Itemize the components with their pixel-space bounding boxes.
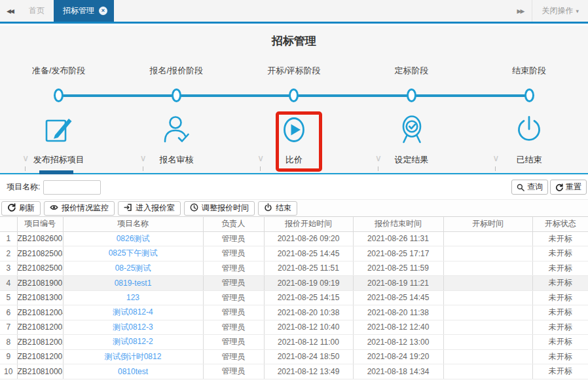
table-row[interactable]: 8ZB210812002测试0812-2管理员2021-08-12 11:002…: [0, 335, 588, 350]
tab-bidding-management[interactable]: 招标管理 ×: [54, 0, 114, 22]
stage-action-2[interactable]: ∨报名审核: [118, 154, 236, 167]
open-status-cell: 未开标: [532, 261, 588, 276]
chevron-down-icon: ∨: [138, 153, 149, 163]
project-name-link[interactable]: 测试0812-2: [113, 337, 153, 346]
stage-button-4[interactable]: [353, 113, 471, 148]
expand-tabs-button[interactable]: ▶▶: [508, 0, 532, 22]
owner-cell: 管理员: [203, 231, 264, 246]
project-code-cell: ZB210825001: [17, 261, 63, 276]
chevron-down-icon: ∨: [373, 153, 384, 163]
table-row[interactable]: 5ZB210813001123管理员2021-08-25 14:152021-0…: [0, 290, 588, 305]
open-time-cell: [443, 305, 532, 320]
stage-action-label: 报名审核: [159, 155, 193, 164]
column-header: 项目名称: [63, 217, 203, 232]
chevron-down-icon: ∨: [20, 153, 31, 163]
table-row[interactable]: 1ZB2108260010826测试管理员2021-08-26 09:20202…: [0, 231, 588, 246]
table-row[interactable]: 10ZB2108100010810test管理员2021-08-12 13:49…: [0, 364, 588, 379]
enter-room-icon: [124, 203, 132, 214]
project-code-cell: ZB210812002: [17, 335, 63, 350]
quote-start-cell: 2021-08-12 11:00: [264, 335, 353, 350]
stage-bottom-line: [0, 173, 588, 174]
quote-end-cell: 2021-08-12 13:00: [353, 335, 443, 350]
timeline-circle: [407, 88, 416, 102]
open-time-cell: [443, 261, 532, 276]
project-name-cell: 0826测试: [63, 231, 203, 246]
column-header: 开标状态: [532, 217, 588, 232]
project-name-link[interactable]: 0826测试: [117, 234, 150, 243]
project-name-cell: 0810test: [63, 364, 203, 379]
stage-phase-label: 定标阶段: [353, 65, 471, 77]
quote-end-cell: 2021-08-18 14:34: [353, 364, 443, 379]
project-name-link[interactable]: 0819-test1: [115, 279, 152, 288]
phase-label-row: 准备/发布阶段报名/报价阶段开标/评标阶段定标阶段结束阶段: [0, 65, 588, 77]
table-row[interactable]: 7ZB210812003测试0812-3管理员2021-08-12 10:402…: [0, 320, 588, 335]
toolbar-button-refresh[interactable]: 刷新: [1, 201, 41, 216]
refresh-icon: [555, 183, 563, 191]
quote-start-cell: 2021-08-20 10:38: [264, 305, 353, 320]
toolbar-button-clock[interactable]: 调整报价时间: [184, 201, 255, 216]
table-row[interactable]: 9ZB210812001测试倒计时0812管理员2021-08-24 18:50…: [0, 349, 588, 364]
project-name-link[interactable]: 08-25测试: [115, 263, 151, 273]
open-status-cell: 未开标: [532, 231, 588, 246]
user-check-icon: [159, 113, 193, 148]
table-toolbar: 刷新报价情况监控进入报价室调整报价时间结束: [0, 200, 588, 216]
table-row[interactable]: 4ZB2108190010819-test1管理员2021-08-19 09:1…: [0, 276, 588, 291]
stage-tick: [260, 166, 261, 171]
query-button[interactable]: 查询: [511, 180, 548, 195]
close-operations-dropdown[interactable]: 关闭操作 ▾: [532, 0, 588, 22]
quote-end-cell: 2021-08-12 12:40: [353, 320, 443, 335]
project-name-cell: 0819-test1: [63, 276, 203, 291]
row-index-cell: 6: [0, 305, 17, 320]
toolbar-button-eye[interactable]: 报价情况监控: [44, 201, 115, 216]
project-code-cell: ZB210813001: [17, 290, 63, 305]
open-time-cell: [443, 364, 532, 379]
quote-end-cell: 2021-08-24 19:20: [353, 349, 443, 364]
quote-end-cell: 2021-08-25 11:59: [353, 261, 443, 276]
column-header: 项目编号: [17, 217, 63, 232]
stage-action-5[interactable]: ∨已结束: [470, 154, 588, 167]
project-name-link[interactable]: 0810test: [118, 367, 148, 376]
reset-label: 重置: [566, 182, 581, 193]
quote-start-cell: 2021-08-26 09:20: [264, 231, 353, 246]
highlight-box: [276, 111, 322, 172]
stage-action-1[interactable]: ∨发布招标项目: [0, 154, 118, 167]
toolbar-button-power[interactable]: 结束: [258, 201, 297, 216]
project-name-link[interactable]: 0825下午测试: [109, 248, 158, 258]
collapse-tabs-button[interactable]: ◀◀: [0, 0, 20, 22]
column-header: 报价开始时间: [264, 217, 353, 232]
table-row[interactable]: 3ZB21082500108-25测试管理员2021-08-25 11:5120…: [0, 261, 588, 276]
close-tab-icon[interactable]: ×: [99, 7, 107, 15]
stage-button-1[interactable]: [0, 113, 118, 148]
open-time-cell: [443, 231, 532, 246]
tab-home[interactable]: 首页: [20, 0, 54, 22]
stage-button-2[interactable]: [118, 113, 236, 148]
projects-table: 项目编号项目名称负责人报价开始时间报价结束时间开标时间开标状态 1ZB21082…: [0, 216, 588, 386]
open-time-cell: [443, 276, 532, 291]
open-status-cell: 未开标: [532, 320, 588, 335]
power-icon: [264, 203, 272, 214]
project-code-cell: ZB210812004: [17, 305, 63, 320]
table-row[interactable]: 6ZB210812004测试0812-4管理员2021-08-20 10:382…: [0, 305, 588, 320]
project-name-cell: 测试0812-2: [63, 335, 203, 350]
project-name-link[interactable]: 123: [126, 293, 139, 302]
page-title: 招标管理: [0, 33, 588, 48]
row-index-cell: 10: [0, 364, 17, 379]
row-index-cell: 2: [0, 246, 17, 261]
stage-action-4[interactable]: ∨设定结果: [353, 154, 471, 167]
owner-cell: 管理员: [203, 335, 264, 350]
table-row[interactable]: 2ZB2108250030825下午测试管理员2021-08-25 14:452…: [0, 246, 588, 261]
project-name-link[interactable]: 测试0812-3: [113, 322, 153, 332]
search-row: 项目名称: 查询 重置: [0, 175, 588, 200]
reset-button[interactable]: 重置: [550, 180, 587, 195]
stage-button-5[interactable]: [470, 113, 588, 148]
project-name-cell: 测试0812-4: [63, 305, 203, 320]
project-name-link[interactable]: 测试0812-4: [113, 307, 153, 317]
project-name-input[interactable]: [43, 180, 101, 195]
row-index-cell: 9: [0, 349, 17, 364]
toolbar-button-enter-room[interactable]: 进入报价室: [118, 201, 181, 216]
timeline-circle: [289, 88, 299, 102]
project-code-cell: ZB210826001: [17, 231, 63, 246]
project-name-link[interactable]: 测试倒计时0812: [105, 352, 162, 361]
quote-start-cell: 2021-08-12 10:40: [264, 320, 353, 335]
quote-end-cell: 2021-08-19 11:21: [353, 276, 443, 291]
